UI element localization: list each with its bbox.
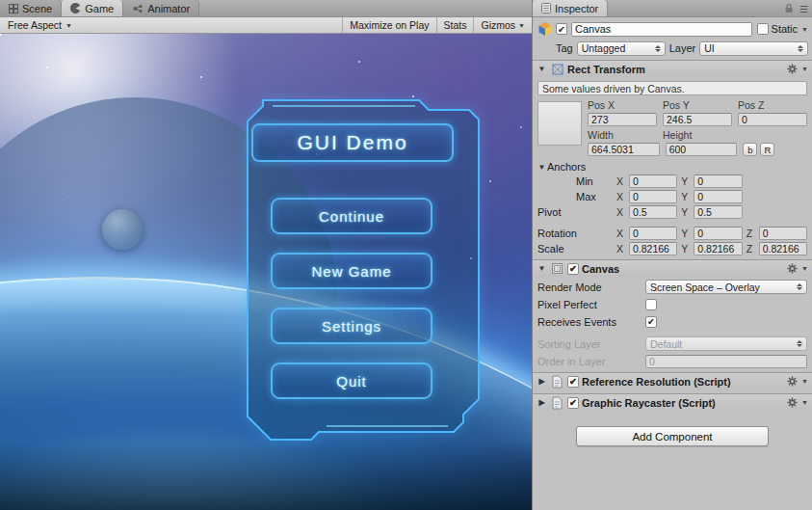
stats-button[interactable]: Stats: [436, 17, 474, 33]
aspect-ratio-dropdown[interactable]: Free Aspect ▼: [0, 17, 80, 33]
z-axis-label: Z: [747, 228, 755, 239]
layer-dropdown[interactable]: UI: [699, 41, 808, 56]
order-in-layer-field[interactable]: 0: [645, 355, 807, 368]
rotation-z-field[interactable]: 0: [759, 227, 807, 240]
pivot-label: Pivot: [537, 206, 613, 218]
reference-resolution-header[interactable]: ▶ ✔ Reference Resolution (Script) ▼: [533, 372, 812, 389]
quit-button[interactable]: Quit: [271, 362, 432, 399]
gear-icon[interactable]: [787, 376, 798, 387]
blueprint-mode-button[interactable]: b: [743, 143, 757, 156]
window-menu-icon[interactable]: ☰: [799, 5, 808, 14]
unity-editor-window: Scene Game Animator Free Aspect ▼: [0, 0, 812, 510]
lock-icon[interactable]: [784, 3, 794, 15]
pos-y-field[interactable]: 246.5: [663, 113, 732, 126]
graphic-raycaster-header[interactable]: ▶ ✔ Graphic Raycaster (Script) ▼: [533, 393, 812, 411]
pos-z-field[interactable]: 0: [738, 113, 807, 126]
raw-edit-mode-button[interactable]: R: [760, 143, 774, 156]
tab-scene[interactable]: Scene: [0, 0, 62, 16]
foldout-open-icon: ▼: [537, 163, 547, 172]
dropdown-arrows-icon: [797, 340, 802, 347]
rect-transform-header[interactable]: ▼ Rect Transform ▼: [533, 60, 812, 77]
order-in-layer-row: Order in Layer 0: [533, 354, 812, 368]
scale-z-field[interactable]: 0.82166: [759, 242, 807, 255]
gear-icon[interactable]: [787, 397, 798, 408]
gizmos-dropdown[interactable]: Gizmos ▼: [473, 17, 532, 33]
pivot-x-field[interactable]: 0.5: [629, 205, 677, 219]
height-label: Height: [663, 129, 732, 142]
rotation-x-field[interactable]: 0: [629, 227, 677, 240]
anchor-min-x-field[interactable]: 0: [629, 174, 677, 188]
continue-button[interactable]: Continue: [271, 198, 432, 234]
settings-button[interactable]: Settings: [271, 308, 432, 344]
layer-label: Layer: [669, 42, 696, 54]
rotation-y-field[interactable]: 0: [694, 227, 742, 240]
new-game-button[interactable]: New Game: [271, 253, 432, 289]
scale-x-field[interactable]: 0.82166: [629, 242, 677, 255]
graphic-raycaster-checkbox[interactable]: ✔: [567, 397, 579, 409]
pixel-perfect-checkbox[interactable]: [645, 299, 657, 310]
scene-grid-icon: [9, 4, 18, 13]
dropdown-arrows-icon: [798, 45, 803, 52]
x-axis-label: X: [616, 228, 625, 239]
tag-dropdown[interactable]: Untagged: [577, 41, 666, 56]
game-view-pane: Scene Game Animator Free Aspect ▼: [0, 0, 533, 510]
tab-game[interactable]: Game: [62, 0, 123, 16]
foldout-closed-icon[interactable]: ▶: [537, 398, 547, 407]
tab-game-label: Game: [85, 3, 114, 14]
pivot-y-field[interactable]: 0.5: [694, 205, 742, 219]
context-menu-caret[interactable]: ▼: [801, 66, 808, 72]
y-axis-label: Y: [681, 228, 690, 239]
tab-inspector[interactable]: Inspector: [533, 0, 608, 16]
y-axis-label: Y: [681, 175, 690, 187]
receives-events-checkbox[interactable]: ✔: [645, 316, 657, 328]
game-viewport[interactable]: GUI Demo Continue New Game Settings Quit: [0, 34, 532, 510]
scale-y-field[interactable]: 0.82166: [694, 242, 742, 255]
context-menu-caret[interactable]: ▼: [801, 265, 808, 272]
anchor-max-y-field[interactable]: 0: [694, 190, 742, 203]
y-axis-label: Y: [681, 206, 690, 218]
inspector-tabbar: Inspector ☰: [533, 0, 812, 17]
rect-transform-body: Pos X Pos Y Pos Z 273 246.5 0 Width Heig…: [533, 98, 812, 157]
tab-animator-label: Animator: [147, 3, 190, 14]
game-view-toolbar: Free Aspect ▼ Maximize on Play Stats Giz…: [0, 17, 532, 34]
gear-icon[interactable]: [787, 64, 798, 74]
pixel-perfect-row: Pixel Perfect: [533, 297, 812, 311]
render-mode-dropdown[interactable]: Screen Space – Overlay: [645, 280, 807, 294]
anchors-foldout[interactable]: ▼ Anchors: [533, 161, 812, 173]
tag-value: Untagged: [582, 42, 626, 54]
aspect-ratio-label: Free Aspect: [8, 19, 62, 31]
x-axis-label: X: [616, 175, 625, 187]
anchor-min-row: Min X 0 Y 0: [533, 174, 812, 188]
foldout-closed-icon[interactable]: ▶: [537, 377, 547, 386]
add-component-button[interactable]: Add Component: [576, 426, 769, 446]
sorting-layer-dropdown[interactable]: Default: [645, 336, 807, 351]
static-dropdown-caret[interactable]: ▼: [801, 26, 808, 33]
width-field[interactable]: 664.5031: [588, 143, 660, 156]
foldout-open-icon[interactable]: ▼: [537, 264, 547, 273]
context-menu-caret[interactable]: ▼: [801, 399, 808, 406]
anchor-max-x-field[interactable]: 0: [629, 190, 677, 203]
context-menu-caret[interactable]: ▼: [801, 378, 808, 385]
canvas-enabled-checkbox[interactable]: ✔: [567, 263, 579, 275]
anchor-preset-preview[interactable]: [537, 101, 582, 146]
scale-row: Scale X 0.82166 Y 0.82166 Z 0.82166: [533, 242, 812, 255]
object-name-field[interactable]: [571, 22, 752, 37]
static-checkbox[interactable]: [757, 23, 769, 35]
gear-icon[interactable]: [787, 263, 798, 274]
stats-label: Stats: [444, 19, 467, 31]
sorting-layer-row: Sorting Layer Default: [533, 336, 812, 351]
canvas-component-header[interactable]: ▼ ✔ Canvas ▼: [533, 259, 812, 277]
graphic-raycaster-icon: [550, 395, 564, 410]
y-axis-label: Y: [681, 243, 690, 255]
pos-x-field[interactable]: 273: [588, 113, 657, 126]
tab-animator[interactable]: Animator: [123, 0, 199, 16]
height-field[interactable]: 600: [666, 143, 738, 156]
reference-resolution-icon: [550, 374, 564, 389]
active-checkbox[interactable]: ✔: [556, 23, 567, 35]
foldout-open-icon[interactable]: ▼: [537, 65, 547, 73]
reference-resolution-checkbox[interactable]: ✔: [567, 376, 579, 388]
maximize-on-play-button[interactable]: Maximize on Play: [342, 17, 435, 33]
inspector-body: ✔ Static ▼ Tag Untagged Layer UI: [533, 17, 812, 510]
sorting-layer-label: Sorting Layer: [537, 338, 642, 350]
anchor-min-y-field[interactable]: 0: [694, 174, 742, 188]
